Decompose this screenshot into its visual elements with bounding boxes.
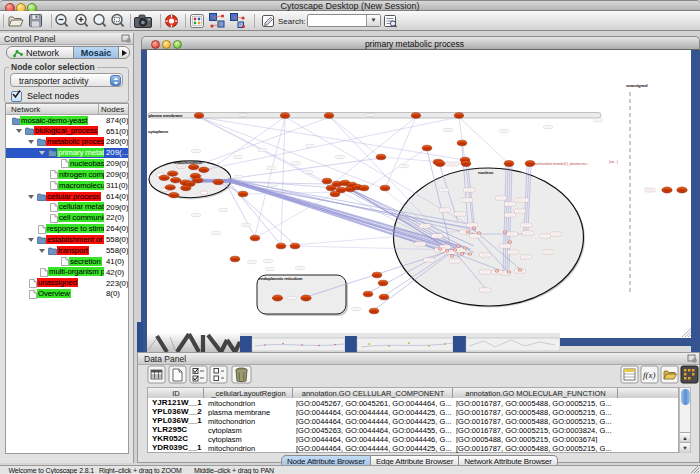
svg-text:mitochondrion: mitochondrion (174, 160, 203, 165)
svg-text:mitochondrial membr(1), plasma: mitochondrial membr(1), plasma me... (532, 162, 589, 166)
svg-text:plasma membrane: plasma membrane (149, 113, 184, 118)
svg-text:cytoplasm: cytoplasm (148, 129, 168, 134)
svg-text:unassigned: unassigned (626, 83, 648, 88)
svg-text:f(x): f(x) (643, 370, 656, 380)
svg-text:(un...): (un...) (609, 160, 618, 164)
svg-text:nucleus: nucleus (478, 170, 494, 175)
svg-text:endoplasmic reticulum: endoplasmic reticulum (259, 276, 303, 281)
